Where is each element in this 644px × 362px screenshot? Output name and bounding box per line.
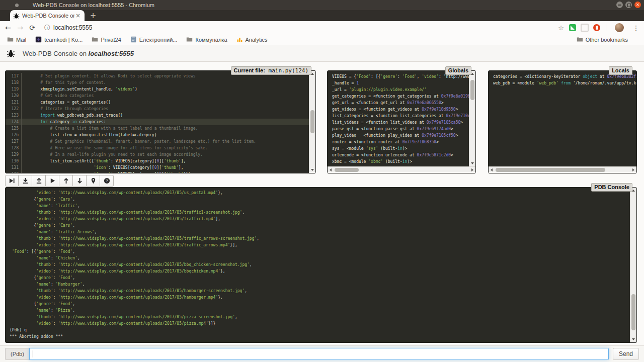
scroll-right-arrow[interactable] — [471, 168, 473, 171]
pdb-console-label: PDB Console — [591, 183, 632, 192]
reload-button[interactable]: ⟳ — [26, 24, 38, 32]
other-bookmarks-button[interactable]: Other bookmarks — [577, 36, 628, 43]
bookmark-item-analytics[interactable]: Analytics — [236, 36, 268, 43]
debug-toolbar: ? — [5, 175, 114, 187]
bookmark-item-teamkodi[interactable]: teamkodi | Ko... — [35, 36, 83, 43]
url-text[interactable]: localhost:5555 — [53, 24, 92, 31]
profile-avatar[interactable] — [615, 23, 624, 32]
console-output[interactable]: 'video': 'http://www.vidsplay.com/wp-con… — [6, 188, 630, 342]
code-line: 127 # Set graphics (thumbnail, fanart, b… — [6, 138, 309, 145]
bookmark-item-electronniy[interactable]: Електронний... — [130, 36, 178, 43]
code-line: 'name': 'Traffic', — [10, 203, 630, 209]
line-text: 'video': 'http://www.vidsplay.com/wp-con… — [10, 294, 630, 301]
kodi-favicon-icon — [35, 36, 42, 43]
code-line: 'name': 'Traffic Arrows', — [10, 229, 630, 235]
scroll-left-arrow[interactable] — [330, 168, 332, 171]
step-out-icon — [36, 177, 42, 184]
line-text: 'thumb': 'http://www.vidsplay.com/wp-con… — [10, 288, 630, 294]
scrollbar-thumb[interactable] — [470, 80, 474, 100]
code-listing[interactable]: 117 # Set plugin content. It allows Kodi… — [6, 71, 309, 173]
step-into-icon — [22, 177, 29, 184]
site-info-icon[interactable]: ⓘ — [44, 24, 50, 32]
up-button[interactable] — [59, 175, 73, 187]
locals-horizontal-scrollbar[interactable] — [489, 166, 636, 173]
extension-red-icon[interactable] — [593, 24, 600, 31]
extension-green-icon[interactable] — [569, 24, 576, 31]
line-number: 131 — [6, 164, 22, 171]
globals-listing[interactable]: VIDEOS = {'Food': [{'genre': 'Food', 'vi… — [328, 71, 469, 166]
document-favicon-icon — [130, 36, 137, 43]
scroll-down-arrow[interactable] — [471, 162, 474, 164]
globals-panel: Globals VIDEOS = {'Food': [{'genre': 'Fo… — [327, 70, 476, 173]
step-button[interactable] — [19, 175, 32, 187]
page-header: Web-PDB Console on localhost:5555 — [0, 45, 644, 62]
scrollbar-thumb[interactable] — [631, 294, 635, 330]
address-bar[interactable]: ⓘ localhost:5555 — [40, 23, 553, 33]
code-line: 'Food': [{'genre': 'Food', — [10, 248, 630, 255]
where-button[interactable] — [87, 175, 100, 187]
line-text: 'name': 'Traffic Arrows', — [10, 229, 630, 235]
scroll-left-arrow[interactable] — [491, 168, 493, 171]
tab-close-button[interactable]: × — [74, 12, 82, 19]
browser-menu-button[interactable]: ⋮ — [631, 24, 641, 32]
scroll-right-arrow[interactable] — [632, 168, 634, 171]
code-line: 131 'icon': VIDEOS[category][0]['thumb']… — [6, 164, 309, 171]
scroll-down-arrow[interactable] — [632, 338, 635, 340]
code-line: 'name': 'Chicken', — [10, 255, 630, 261]
code-line: 128 # Here we use the same image for all… — [6, 145, 309, 151]
console-vertical-scrollbar[interactable] — [630, 188, 636, 342]
pdb-command-input[interactable] — [29, 348, 609, 360]
code-line: get_url = <function get_url at 0x7f9e6a0… — [332, 100, 469, 106]
line-text: 'thumb': 'http://www.vidsplay.com/wp-con… — [10, 235, 630, 242]
code-vertical-scrollbar[interactable] — [309, 71, 315, 173]
extension-gray-icon[interactable] — [581, 24, 589, 32]
continue-button[interactable] — [46, 175, 59, 187]
scroll-down-arrow[interactable] — [311, 169, 314, 171]
line-text: 'icon': VIDEOS[category][0]['thumb'], — [22, 164, 309, 171]
scrollbar-thumb[interactable] — [310, 110, 314, 133]
bookmark-star-icon[interactable]: ☆ — [558, 24, 564, 32]
code-line: 'video': 'http://www.vidsplay.com/wp-con… — [10, 320, 630, 327]
scrollbar-thumb[interactable] — [496, 168, 605, 172]
help-button[interactable]: ? — [100, 175, 114, 187]
code-line: 125 # Create a list item with a text lab… — [6, 125, 309, 132]
line-text: 'video': 'http://www.vidsplay.com/wp-con… — [10, 190, 630, 196]
extension-icons — [569, 23, 627, 32]
code-line: {'genre': 'Food', — [10, 301, 630, 307]
line-number: 117 — [6, 73, 22, 79]
arrow-down-icon — [76, 177, 83, 184]
close-button[interactable]: × — [634, 2, 641, 8]
back-button[interactable]: ← — [2, 24, 14, 32]
globals-vertical-scrollbar[interactable] — [469, 71, 475, 166]
bookmark-item-kommunalka[interactable]: Коммуналка — [186, 36, 227, 43]
bookmark-item-privat24[interactable]: Privat24 — [92, 36, 121, 43]
line-text: # Get video categories — [22, 93, 309, 99]
scrollbar-thumb[interactable] — [335, 168, 359, 172]
code-line: 'name': 'Hamburger', — [10, 281, 630, 288]
locals-listing[interactable]: categories = <dictionary-keyiterator obj… — [489, 71, 636, 166]
forward-button[interactable]: → — [14, 24, 26, 32]
browser-tab[interactable]: Web-PDB Console on loca × — [10, 10, 85, 21]
next-button[interactable] — [5, 175, 19, 187]
code-line: get_categories = <function get_categorie… — [332, 93, 469, 100]
bug-icon — [7, 49, 15, 58]
bookmark-item-mail[interactable]: Mail — [7, 36, 26, 43]
code-line: 119 xbmcplugin.setContent(_handle, 'vide… — [6, 86, 309, 93]
code-line: list_videos = <function list_videos at 0… — [332, 119, 469, 126]
line-text: {'genre': 'Food', — [10, 301, 630, 307]
code-line: *** Aborting addon *** — [10, 333, 630, 340]
code-line: 126 list_item = xbmcgui.ListItem(label=c… — [6, 132, 309, 138]
globals-horizontal-scrollbar[interactable] — [328, 166, 475, 173]
line-text: play_video = <function play_video at 0x7… — [332, 132, 469, 139]
return-button[interactable] — [32, 175, 46, 187]
line-number: 123 — [6, 112, 22, 119]
down-button[interactable] — [73, 175, 87, 187]
minimize-button[interactable] — [616, 2, 623, 8]
code-line: {'genre': 'Food', — [10, 275, 630, 281]
code-line: 'thumb': 'http://www.vidsplay.com/wp-con… — [10, 209, 630, 216]
new-tab-button[interactable]: + — [89, 11, 98, 20]
code-line: urlencode = <function urlencode at 0x7f9… — [332, 152, 469, 158]
window-title: Web-PDB Console on localhost:5555 - Chro… — [33, 2, 154, 8]
send-button[interactable]: Send — [613, 348, 639, 360]
maximize-button[interactable] — [625, 2, 632, 8]
